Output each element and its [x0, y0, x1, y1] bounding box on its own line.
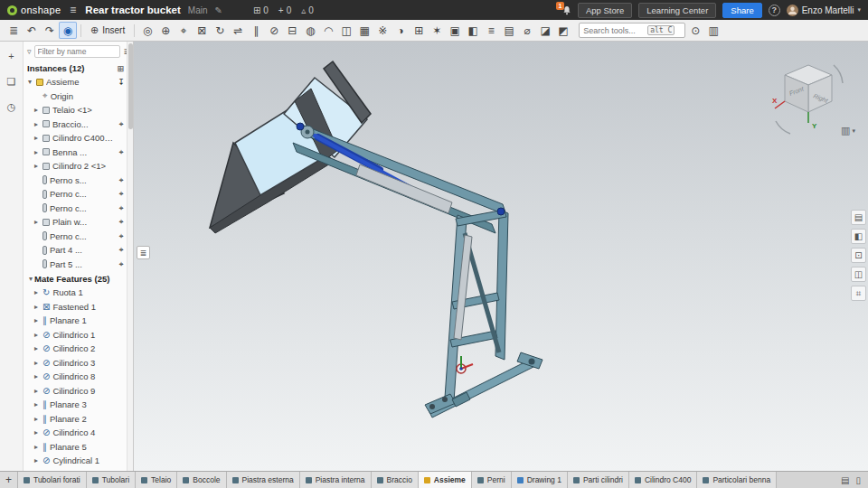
expander-icon[interactable]: [33, 359, 40, 367]
document-tab[interactable]: Assieme: [419, 472, 472, 488]
add-studio-icon[interactable]: +: [5, 49, 19, 63]
replicate-icon[interactable]: ⊞: [410, 22, 428, 39]
versions-panel-icon[interactable]: ◫: [851, 267, 866, 282]
tree-item[interactable]: Perno s...: [24, 174, 133, 188]
document-tab[interactable]: Cilindro C400: [629, 472, 698, 488]
expander-icon[interactable]: [33, 415, 40, 423]
notifications-button[interactable]: 1: [562, 5, 571, 15]
expander-icon[interactable]: [33, 162, 40, 170]
tree-item[interactable]: Planare 2: [24, 412, 133, 427]
insert-button[interactable]: ⊕ Insert: [85, 22, 130, 39]
tangent-mate-icon[interactable]: ◠: [319, 22, 337, 39]
document-tab[interactable]: Particolari benna: [697, 472, 777, 488]
analysis-icon[interactable]: ⊙: [686, 22, 704, 39]
tree-item[interactable]: Assieme: [24, 75, 133, 89]
learning-center-button[interactable]: Learning Center: [638, 3, 716, 18]
expander-icon[interactable]: [33, 120, 40, 128]
expander-icon[interactable]: [33, 344, 40, 352]
frame-part[interactable]: [425, 208, 542, 418]
expander-icon[interactable]: [33, 428, 40, 436]
bom-icon[interactable]: ▤: [500, 22, 518, 39]
app-store-button[interactable]: App Store: [578, 3, 632, 18]
tree-item[interactable]: Benna ...: [24, 145, 133, 160]
linear-pattern-icon[interactable]: ▦: [355, 22, 373, 39]
tree-item[interactable]: Planare 3: [24, 398, 133, 412]
onshape-logo[interactable]: onshape: [7, 5, 61, 15]
tree-item[interactable]: Plain w...: [24, 215, 133, 230]
document-tab[interactable]: Piastra esterna: [227, 472, 300, 488]
tree-item[interactable]: Cilindro 2 <1>: [24, 159, 133, 174]
tree-item[interactable]: Telaio <1>: [24, 103, 133, 117]
search-tools[interactable]: alt C: [579, 23, 685, 38]
document-tab[interactable]: Braccio: [372, 472, 419, 488]
tree-item[interactable]: Cilindro C400 <1>: [24, 131, 133, 145]
add-tab-button[interactable]: +: [0, 472, 18, 488]
filter-input[interactable]: [34, 45, 121, 58]
expander-icon[interactable]: [33, 400, 40, 408]
explode-icon[interactable]: ✶: [428, 22, 446, 39]
expander-icon[interactable]: [27, 275, 34, 283]
share-button[interactable]: Share: [722, 3, 761, 18]
select-tool-icon[interactable]: ◉: [59, 22, 77, 39]
display-states-icon[interactable]: ◧: [464, 22, 482, 39]
instances-header[interactable]: Instances (12) ⊞: [24, 61, 133, 75]
slider-mate-icon[interactable]: ⇌: [229, 22, 247, 39]
tree-item[interactable]: Planare 1: [24, 314, 133, 328]
document-tab[interactable]: Piastra interna: [300, 472, 372, 488]
tree-item[interactable]: Cilindrico 9: [24, 384, 133, 399]
document-tab[interactable]: Parti cilindri: [568, 472, 629, 488]
fastened-mate-icon[interactable]: ⊠: [193, 22, 211, 39]
document-tab[interactable]: Telaio: [136, 472, 177, 488]
expander-icon[interactable]: [33, 288, 40, 296]
tree-item[interactable]: Cilindrico 1: [24, 328, 133, 343]
snapshot-icon[interactable]: ▣: [446, 22, 464, 39]
expander-icon[interactable]: [33, 331, 40, 339]
tree-item[interactable]: Part 5 ...: [24, 258, 133, 272]
section-view-icon[interactable]: ◪: [536, 22, 554, 39]
versions-stat[interactable]: ⊞ 0: [253, 5, 269, 15]
model-configurations-icon[interactable]: ▤: [851, 210, 866, 225]
devices-icon[interactable]: ▯: [855, 475, 861, 485]
expander-icon[interactable]: [33, 303, 40, 311]
document-tab[interactable]: Boccole: [177, 472, 226, 488]
tree-item[interactable]: Cilindrico 3: [24, 356, 133, 371]
planar-mate-icon[interactable]: ∥: [247, 22, 265, 39]
sketch-icon[interactable]: ◎: [138, 22, 156, 39]
tree-item[interactable]: Fastened 1: [24, 300, 133, 314]
user-menu[interactable]: Enzo Martelli ▾: [787, 5, 861, 16]
tree-item[interactable]: Part 4 ...: [24, 243, 133, 258]
help-button[interactable]: ?: [769, 5, 780, 16]
appearance-icon[interactable]: ◩: [554, 22, 572, 39]
tree-item[interactable]: Ruota 1: [24, 286, 133, 300]
panel-toggle-icon[interactable]: ▥: [704, 22, 722, 39]
search-tools-input[interactable]: [583, 26, 645, 35]
structure-tree-icon[interactable]: ≣: [5, 22, 23, 39]
workspace-name[interactable]: Main: [188, 5, 208, 15]
tree-item[interactable]: Perno c...: [24, 187, 133, 202]
view-cube[interactable]: Front Right X Y: [770, 58, 848, 145]
expander-icon[interactable]: [33, 372, 40, 380]
tree-item[interactable]: Cylindrical 1: [24, 454, 133, 468]
display-options-button[interactable]: ▥ ▾: [841, 125, 855, 136]
tree-item[interactable]: Perno c...: [24, 230, 133, 244]
expander-icon[interactable]: [33, 106, 40, 114]
revolute-mate-icon[interactable]: ↻: [211, 22, 229, 39]
document-tab[interactable]: Tubolari forati: [18, 472, 87, 488]
cylindrical-mate-icon[interactable]: ⊘: [265, 22, 283, 39]
expander-icon[interactable]: [33, 148, 40, 156]
panel-collapse-button[interactable]: ≣: [137, 246, 150, 259]
changes-stat[interactable]: + 0: [278, 5, 291, 15]
expander-icon[interactable]: [33, 134, 40, 142]
expander-icon[interactable]: [33, 443, 40, 451]
named-positions-icon[interactable]: ≡: [482, 22, 500, 39]
comment-icon[interactable]: ❏: [5, 74, 19, 89]
tree-item[interactable]: Planare 5: [24, 440, 133, 455]
issues-stat[interactable]: ▵ 0: [301, 5, 314, 15]
mate-connector-icon[interactable]: ⌖: [175, 22, 193, 39]
group-icon[interactable]: ◫: [337, 22, 355, 39]
scrollbar-thumb[interactable]: [128, 43, 133, 129]
tree-item[interactable]: Cilindrico 8: [24, 370, 133, 384]
mate-connector-triad[interactable]: [457, 356, 473, 373]
ball-mate-icon[interactable]: ◍: [301, 22, 319, 39]
tree-item[interactable]: Origin: [24, 89, 133, 104]
